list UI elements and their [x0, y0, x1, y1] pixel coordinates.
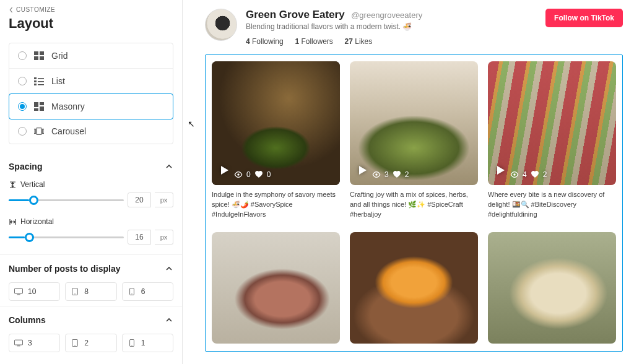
back-label: CUSTOMIZE — [16, 6, 55, 13]
svg-rect-16 — [42, 129, 44, 133]
horizontal-value-input[interactable]: 16 — [128, 230, 151, 245]
layout-option-carousel[interactable]: Carousel — [9, 119, 173, 144]
masonry-icon — [34, 102, 44, 111]
heart-icon — [254, 171, 263, 178]
posts-desktop-input[interactable]: 10 — [9, 282, 60, 301]
views-count: 4 — [523, 170, 527, 179]
svg-rect-17 — [14, 288, 22, 293]
cursor-icon: ↖ — [188, 119, 195, 129]
svg-rect-8 — [34, 84, 37, 85]
profile-bio: Blending traditional flavors with a mode… — [246, 22, 537, 31]
follow-button[interactable]: Follow on TikTok — [545, 9, 623, 27]
option-label: Carousel — [51, 126, 86, 136]
layout-option-masonry[interactable]: Masonry — [9, 93, 173, 119]
radio-icon — [18, 127, 27, 136]
svg-point-26 — [131, 345, 132, 345]
chevron-up-icon — [165, 316, 173, 324]
post-thumbnail: 0 0 — [212, 61, 340, 185]
heart-icon — [531, 171, 539, 178]
unit-label: px — [155, 230, 173, 245]
views-count: 0 — [246, 170, 251, 179]
eye-icon — [372, 171, 381, 178]
back-to-customize[interactable]: CUSTOMIZE — [9, 6, 173, 13]
posts-tablet-input[interactable]: 8 — [65, 282, 116, 301]
posts-mobile-input[interactable]: 6 — [122, 282, 173, 301]
grid-icon — [34, 51, 44, 60]
play-icon — [494, 164, 506, 179]
columns-tablet-input[interactable]: 2 — [65, 334, 116, 352]
followers-count: 1 — [295, 37, 299, 46]
value: 6 — [141, 287, 145, 296]
section-spacing[interactable]: Spacing — [9, 159, 173, 174]
desktop-icon — [14, 339, 23, 347]
layout-option-grid[interactable]: Grid — [9, 43, 173, 69]
post-card[interactable] — [212, 232, 340, 344]
svg-rect-12 — [34, 108, 38, 111]
carousel-icon — [34, 127, 44, 136]
post-thumbnail: 4 2 — [488, 61, 616, 185]
svg-rect-4 — [34, 77, 37, 79]
posts-layout-canvas[interactable]: Posts Layout 0 0 Indulge in the — [205, 54, 623, 352]
columns-desktop-input[interactable]: 3 — [9, 334, 60, 352]
value: 1 — [141, 339, 145, 347]
option-label: Grid — [51, 51, 67, 61]
option-label: Masonry — [51, 102, 85, 111]
profile-handle: @greengroveeatery — [351, 11, 422, 20]
value: 10 — [28, 287, 36, 296]
vertical-slider[interactable] — [9, 199, 124, 201]
chevron-up-icon — [165, 162, 173, 171]
vertical-value-input[interactable]: 20 — [128, 193, 151, 207]
chevron-left-icon — [9, 7, 14, 13]
post-card[interactable]: 4 2 Where every bite is a new discovery … — [488, 61, 616, 220]
post-card[interactable]: 0 0 Indulge in the symphony of savory me… — [212, 61, 340, 220]
views-count: 3 — [384, 170, 389, 179]
radio-icon — [18, 77, 27, 85]
mobile-icon — [128, 288, 136, 295]
eye-icon — [234, 171, 243, 178]
post-thumbnail — [488, 232, 616, 344]
svg-rect-5 — [38, 78, 44, 79]
svg-rect-22 — [14, 340, 22, 345]
post-card[interactable]: 3 2 Crafting joy with a mix of spices, h… — [350, 61, 478, 220]
post-card[interactable] — [488, 232, 616, 344]
post-stats: 0 0 — [234, 170, 271, 179]
play-icon — [218, 164, 230, 179]
svg-rect-9 — [38, 84, 44, 85]
radio-icon — [18, 102, 27, 111]
heart-icon — [393, 171, 401, 178]
svg-rect-13 — [40, 106, 44, 111]
svg-point-19 — [75, 293, 76, 294]
value: 3 — [28, 339, 32, 347]
svg-point-28 — [375, 173, 378, 176]
horizontal-slider[interactable] — [9, 236, 124, 238]
post-card[interactable] — [350, 232, 478, 344]
svg-point-27 — [237, 173, 240, 176]
likes-count: 2 — [543, 170, 547, 179]
columns-row: 3 2 1 — [9, 334, 173, 352]
section-label: Columns — [9, 315, 46, 325]
likes-label: Likes — [355, 37, 372, 46]
profile-name: Green Grove Eatery — [246, 9, 345, 21]
profile-header: Green Grove Eatery @greengroveeatery Ble… — [205, 9, 623, 46]
tablet-icon — [71, 288, 79, 295]
section-columns[interactable]: Columns — [9, 313, 173, 327]
vertical-label: Vertical — [20, 180, 45, 189]
columns-mobile-input[interactable]: 1 — [122, 334, 173, 352]
svg-rect-3 — [40, 56, 44, 60]
svg-rect-2 — [34, 56, 38, 60]
section-posts-count[interactable]: Number of posts to display — [9, 261, 173, 276]
preview-pane: ↖ Green Grove Eatery @greengroveeatery B… — [183, 0, 634, 364]
svg-rect-0 — [34, 51, 38, 55]
horizontal-label: Horizontal — [20, 217, 54, 226]
section-label: Number of posts to display — [9, 264, 120, 274]
svg-rect-1 — [40, 51, 44, 55]
svg-rect-6 — [34, 80, 37, 82]
posts-grid: 0 0 Indulge in the symphony of savory me… — [212, 61, 616, 220]
svg-rect-7 — [38, 81, 44, 82]
option-label: List — [51, 76, 65, 86]
avatar — [205, 9, 237, 41]
post-stats: 4 2 — [510, 170, 547, 179]
vertical-spacing-icon — [9, 181, 17, 189]
layout-option-list[interactable]: List — [9, 69, 173, 94]
svg-rect-15 — [37, 128, 41, 135]
